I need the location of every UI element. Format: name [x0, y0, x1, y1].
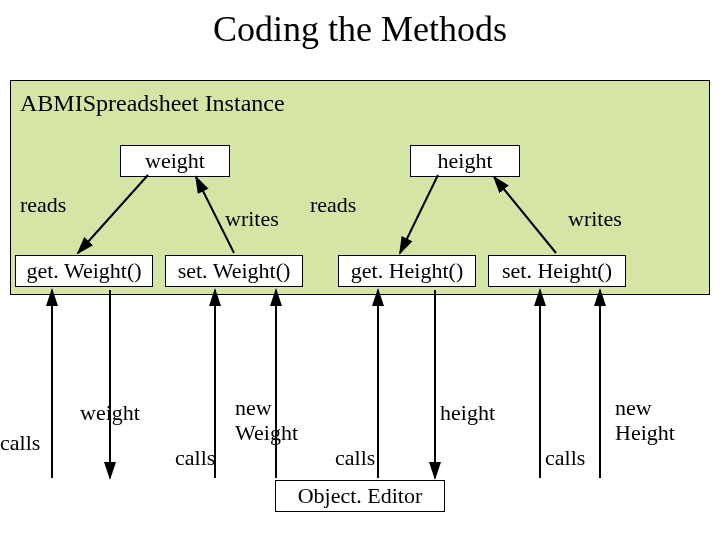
label-reads-height: reads	[310, 192, 356, 218]
label-new-weight-2: Weight	[235, 420, 298, 446]
method-getheight: get. Height()	[338, 255, 476, 287]
label-new-height-1: new	[615, 395, 652, 421]
page-title: Coding the Methods	[0, 8, 720, 50]
object-editor: Object. Editor	[275, 480, 445, 512]
label-new-height-2: Height	[615, 420, 675, 446]
label-calls-3: calls	[335, 445, 375, 471]
diagram-stage: Coding the Methods ABMISpreadsheet Insta…	[0, 0, 720, 540]
method-setweight: set. Weight()	[165, 255, 303, 287]
instance-label: ABMISpreadsheet Instance	[20, 90, 285, 117]
label-calls-4: calls	[545, 445, 585, 471]
method-getweight: get. Weight()	[15, 255, 153, 287]
label-writes-height: writes	[568, 206, 622, 232]
label-new-weight-1: new	[235, 395, 272, 421]
label-writes-weight: writes	[225, 206, 279, 232]
var-height: height	[410, 145, 520, 177]
label-reads-weight: reads	[20, 192, 66, 218]
label-calls-1: calls	[0, 430, 40, 456]
label-param-weight: weight	[80, 400, 140, 426]
label-calls-2: calls	[175, 445, 215, 471]
method-setheight: set. Height()	[488, 255, 626, 287]
var-weight: weight	[120, 145, 230, 177]
label-param-height: height	[440, 400, 495, 426]
